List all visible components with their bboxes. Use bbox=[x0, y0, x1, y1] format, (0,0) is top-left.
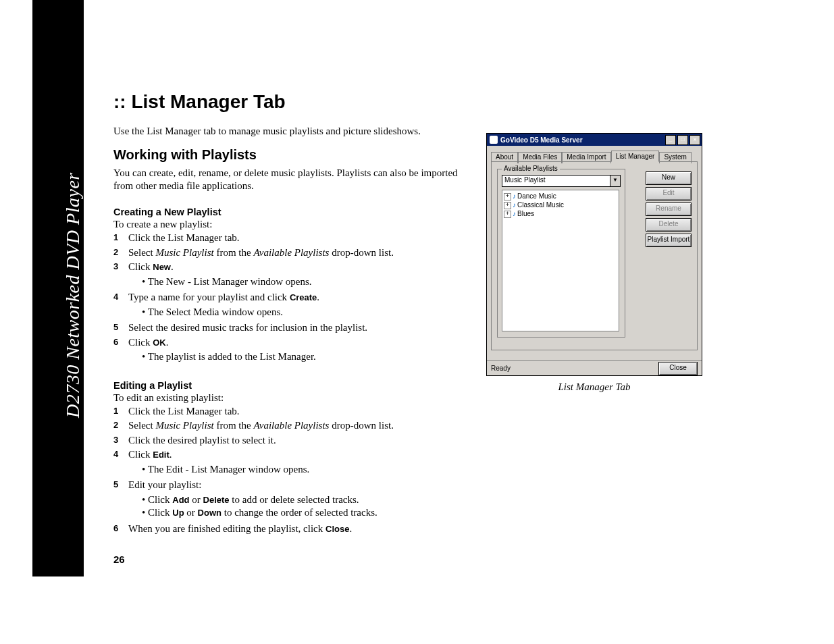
substep-text: Click Add or Delete to add or delete sel… bbox=[142, 493, 478, 507]
step-text: Select Music Playlist from the Available… bbox=[128, 419, 478, 433]
substep-text: Click Up or Down to change the order of … bbox=[142, 506, 478, 520]
edit-lead: To edit an existing playlist: bbox=[113, 392, 478, 404]
create-steps: 1 Click the List Manager tab. 2 Select M… bbox=[113, 232, 478, 365]
step-number: 2 bbox=[113, 246, 128, 260]
step-text: Click the desired playlist to select it. bbox=[128, 434, 478, 448]
substep-text: The Edit - List Manager window opens. bbox=[142, 463, 478, 477]
substep-text: The Select Media window opens. bbox=[142, 306, 478, 319]
step-number: 1 bbox=[113, 405, 128, 419]
available-playlists-fieldset: Available Playlists Music Playlist ▼ +♪D… bbox=[497, 169, 625, 338]
expand-icon[interactable]: + bbox=[504, 193, 511, 200]
step-number: 4 bbox=[113, 448, 128, 477]
step-text: Select the desired music tracks for incl… bbox=[128, 321, 478, 335]
playlist-import-button[interactable]: Playlist Import bbox=[646, 234, 692, 247]
expand-icon[interactable]: + bbox=[504, 211, 511, 218]
figure-caption: List Manager Tab bbox=[486, 381, 702, 393]
step-text: Edit your playlist: Click Add or Delete … bbox=[128, 479, 478, 521]
expand-icon[interactable]: + bbox=[504, 202, 511, 209]
sidebar-product-label: D2730 Networked DVD Player bbox=[32, 0, 84, 576]
minimize-button[interactable]: _ bbox=[665, 135, 676, 145]
tree-item-label: Classical Music bbox=[517, 201, 564, 209]
dropdown-value: Music Playlist bbox=[502, 176, 610, 186]
create-lead: To create a new playlist: bbox=[113, 219, 478, 230]
step-number: 5 bbox=[113, 321, 128, 335]
music-icon: ♪ bbox=[513, 210, 516, 217]
substep-text: The New - List Manager window opens. bbox=[142, 275, 478, 289]
step-number: 6 bbox=[113, 336, 128, 365]
status-text: Ready bbox=[491, 365, 511, 372]
edit-steps: 1 Click the List Manager tab. 2 Select M… bbox=[113, 405, 478, 536]
new-button[interactable]: New bbox=[646, 171, 692, 185]
step-text: Click Edit. The Edit - List Manager wind… bbox=[128, 448, 478, 477]
subsection-editing-playlist: Editing a Playlist bbox=[113, 380, 478, 391]
tree-item[interactable]: +♪Dance Music bbox=[504, 192, 617, 200]
action-button-column: New Edit Rename Delete Playlist Import bbox=[646, 171, 692, 247]
tree-item-label: Blues bbox=[517, 210, 534, 217]
step-number: 3 bbox=[113, 261, 128, 290]
step-text: Type a name for your playlist and click … bbox=[128, 291, 478, 320]
step-number: 6 bbox=[113, 522, 128, 536]
tree-item[interactable]: +♪Blues bbox=[504, 209, 617, 218]
window-title: GoVideo D5 Media Server bbox=[500, 136, 583, 144]
tab-strip: About Media Files Media Import List Mana… bbox=[491, 151, 698, 162]
close-button[interactable]: Close bbox=[658, 362, 698, 375]
tab-list-manager[interactable]: List Manager bbox=[611, 151, 660, 162]
app-icon bbox=[490, 136, 498, 144]
step-number: 1 bbox=[113, 232, 128, 245]
maximize-button[interactable]: □ bbox=[677, 135, 688, 145]
step-text: When you are finished editing the playli… bbox=[128, 522, 478, 536]
playlists-paragraph: You can create, edit, rename, or delete … bbox=[113, 167, 471, 192]
tree-item-label: Dance Music bbox=[517, 192, 556, 200]
subsection-creating-playlist: Creating a New Playlist bbox=[113, 207, 478, 217]
intro-paragraph: Use the List Manager tab to manage music… bbox=[113, 125, 471, 138]
step-number: 3 bbox=[113, 434, 128, 448]
step-text: Click OK. The playlist is added to the L… bbox=[128, 336, 478, 365]
step-text: Click New. The New - List Manager window… bbox=[128, 261, 478, 290]
step-text: Click the List Manager tab. bbox=[128, 405, 478, 419]
chevron-down-icon[interactable]: ▼ bbox=[610, 176, 620, 186]
step-text: Select Music Playlist from the Available… bbox=[128, 246, 478, 260]
tree-item[interactable]: +♪Classical Music bbox=[504, 200, 617, 209]
page-title: :: List Manager Tab bbox=[113, 91, 478, 113]
tab-panel: Available Playlists Music Playlist ▼ +♪D… bbox=[491, 161, 698, 350]
step-number: 2 bbox=[113, 419, 128, 433]
edit-button[interactable]: Edit bbox=[646, 187, 692, 200]
page-number: 26 bbox=[113, 554, 125, 565]
playlist-type-dropdown[interactable]: Music Playlist ▼ bbox=[502, 175, 621, 187]
fieldset-legend: Available Playlists bbox=[502, 165, 560, 172]
close-window-button[interactable]: × bbox=[689, 135, 700, 145]
screenshot-window: GoVideo D5 Media Server _ □ × About Medi… bbox=[486, 133, 702, 376]
step-number: 5 bbox=[113, 479, 128, 521]
music-icon: ♪ bbox=[513, 192, 516, 200]
step-text: Click the List Manager tab. bbox=[128, 232, 478, 245]
window-titlebar: GoVideo D5 Media Server _ □ × bbox=[487, 134, 702, 146]
rename-button[interactable]: Rename bbox=[646, 203, 692, 216]
delete-button[interactable]: Delete bbox=[646, 218, 692, 232]
section-working-with-playlists: Working with Playlists bbox=[113, 147, 478, 163]
main-content: :: List Manager Tab Use the List Manager… bbox=[113, 91, 478, 537]
window-statusbar: Ready Close bbox=[487, 360, 702, 375]
step-number: 4 bbox=[113, 291, 128, 320]
playlist-tree[interactable]: +♪Dance Music +♪Classical Music +♪Blues bbox=[502, 190, 619, 331]
substep-text: The playlist is added to the List Manage… bbox=[142, 350, 478, 364]
music-icon: ♪ bbox=[513, 201, 516, 209]
